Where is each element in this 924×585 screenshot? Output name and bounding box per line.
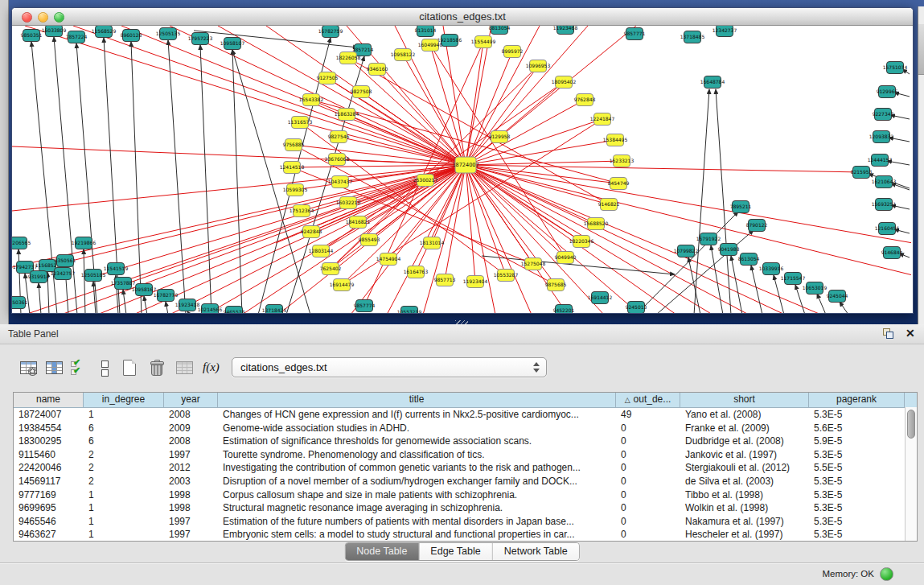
column-header-title[interactable]: title [218,393,616,407]
table-cell[interactable]: Changes of HCN gene expression and I(f) … [218,408,616,422]
table-cell[interactable]: 5.3E-5 [809,515,905,529]
table-row[interactable]: 946554611997Estimation of the future num… [14,515,917,529]
table-row[interactable]: 946362711997Embryonic stem cells: a mode… [14,528,917,542]
table-cell[interactable]: 1997 [164,448,218,462]
table-cell[interactable]: 1 [84,515,164,529]
vertical-scrollbar[interactable] [905,407,917,541]
table-cell[interactable]: 2008 [164,435,218,448]
table-cell[interactable]: 49 [616,408,680,422]
table-cell[interactable]: 2012 [164,461,218,475]
table-cell[interactable]: 0 [616,475,680,488]
table-cell[interactable]: 2009 [164,422,218,435]
table-cell[interactable]: 19384554 [14,422,84,435]
table-cell[interactable]: 2 [84,461,164,475]
table-cell[interactable]: 5.9E-5 [809,435,905,448]
column-header-out_de[interactable]: △out_de... [616,393,680,407]
table-row[interactable]: 1830029562008Estimation of significance … [14,435,917,448]
show-column-button[interactable] [45,358,64,379]
table-cell[interactable]: Corpus callosum shape and size in male p… [218,488,616,502]
column-header-pagerank[interactable]: pagerank [809,393,905,407]
table-cell[interactable]: 0 [616,528,680,542]
table-cell[interactable]: 1 [84,488,164,502]
table-cell[interactable]: 0 [616,461,680,475]
table-cell[interactable]: Disruption of a novel member of a sodium… [218,475,616,488]
select-all-button[interactable]: ✔ ✔ [71,358,90,379]
table-cell[interactable]: Estimation of the future numbers of pati… [218,515,616,529]
tab-node-table[interactable]: Node Table [345,543,419,560]
tab-network-table[interactable]: Network Table [493,543,579,560]
function-builder-button[interactable]: f(x) [203,358,222,379]
table-cell[interactable]: 18300295 [14,435,84,448]
table-cell[interactable]: Embryonic stem cells: a model to study s… [218,528,616,542]
column-header-in_degree[interactable]: in_degree [84,393,164,407]
new-column-button[interactable] [121,358,140,379]
table-cell[interactable]: Investigating the contribution of common… [218,461,616,475]
table-cell[interactable]: Stergiakouli et al. (2012) [680,461,809,475]
close-panel-icon[interactable]: ✕ [906,327,915,340]
table-cell[interactable]: 9463627 [14,528,84,542]
table-cell[interactable]: Wolkin et al. (1998) [680,501,809,515]
table-cell[interactable]: 0 [616,515,680,529]
table-cell[interactable]: de Silva et al. (2003) [680,475,809,488]
table-cell[interactable]: 1998 [164,501,218,515]
table-cell[interactable]: 5.3E-5 [809,475,905,488]
table-cell[interactable]: 6 [84,422,164,435]
table-cell[interactable]: Yano et al. (2008) [680,408,809,422]
table-cell[interactable]: 2003 [164,475,218,488]
table-cell[interactable]: 5.3E-5 [809,408,905,422]
table-cell[interactable]: 5.3E-5 [809,501,905,515]
scrollbar-thumb[interactable] [907,410,915,439]
table-cell[interactable]: 1 [84,501,164,515]
table-cell[interactable]: 18724007 [14,408,84,422]
table-row[interactable]: 1938455462009Genome-wide association stu… [14,422,917,435]
table-cell[interactable]: 9777169 [14,488,84,502]
table-cell[interactable]: 1997 [164,528,218,542]
table-cell[interactable]: 0 [616,448,680,462]
float-panel-icon[interactable] [883,328,894,339]
table-cell[interactable]: Tibbo et al. (1998) [680,488,809,502]
table-cell[interactable]: Genome-wide association studies in ADHD. [218,422,616,435]
column-header-short[interactable]: short [680,393,809,407]
table-cell[interactable]: 9465546 [14,515,84,529]
delete-column-button[interactable] [148,358,167,379]
table-cell[interactable]: 5.3E-5 [809,448,905,462]
network-canvas[interactable]: 9850351160338097857224115685298960128125… [12,26,911,313]
table-row[interactable]: 2242004622012Investigating the contribut… [14,461,917,475]
table-cell[interactable]: 2 [84,448,164,462]
table-cell[interactable]: Dudbridge et al. (2008) [680,435,809,448]
table-cell[interactable]: 9699695 [14,501,84,515]
table-cell[interactable]: 9115460 [14,448,84,462]
table-row[interactable]: 1872400712008Changes of HCN gene express… [14,408,917,422]
table-cell[interactable]: 6 [84,435,164,448]
table-row[interactable]: 977716911998Corpus callosum shape and si… [14,488,917,502]
table-cell[interactable]: 0 [616,422,680,435]
network-window-titlebar[interactable]: citations_edges.txt [12,8,913,26]
table-cell[interactable]: 0 [616,435,680,448]
table-selector-dropdown[interactable]: citations_edges.txt [232,357,547,377]
table-cell[interactable]: 22420046 [14,461,84,475]
table-cell[interactable]: Nakamura et al. (1997) [680,515,809,529]
table-cell[interactable]: 1997 [164,515,218,529]
table-cell[interactable]: 5.3E-5 [809,528,905,542]
table-cell[interactable]: 5.3E-5 [809,488,905,502]
table-cell[interactable]: Jankovic et al. (1997) [680,448,809,462]
table-row[interactable]: 1456911722003Disruption of a novel membe… [14,475,917,488]
table-mode-button[interactable] [19,358,39,379]
table-cell[interactable]: 0 [616,501,680,515]
table-cell[interactable]: 2008 [164,408,218,422]
table-cell[interactable]: 2 [84,475,164,488]
table-cell[interactable]: 1 [84,528,164,542]
table-row[interactable]: 911546021997Tourette syndrome. Phenomeno… [14,448,917,462]
tab-edge-table[interactable]: Edge Table [419,543,492,560]
table-cell[interactable]: Structural magnetic resonance image aver… [218,501,616,515]
table-cell[interactable]: 1998 [164,488,218,502]
table-cell[interactable]: 1 [84,408,164,422]
table-cell[interactable]: 14569117 [14,475,84,488]
table-cell[interactable]: Franke et al. (2009) [680,422,809,435]
row-options-button[interactable] [97,358,116,379]
table-cell[interactable]: Tourette syndrome. Phenomenology and cla… [218,448,616,462]
table-cell[interactable]: Estimation of significance thresholds fo… [218,435,616,448]
table-cell[interactable]: Hescheler et al. (1997) [680,528,809,542]
table-cell[interactable]: 0 [616,488,680,502]
table-row[interactable]: 969969511998Structural magnetic resonanc… [14,501,917,515]
